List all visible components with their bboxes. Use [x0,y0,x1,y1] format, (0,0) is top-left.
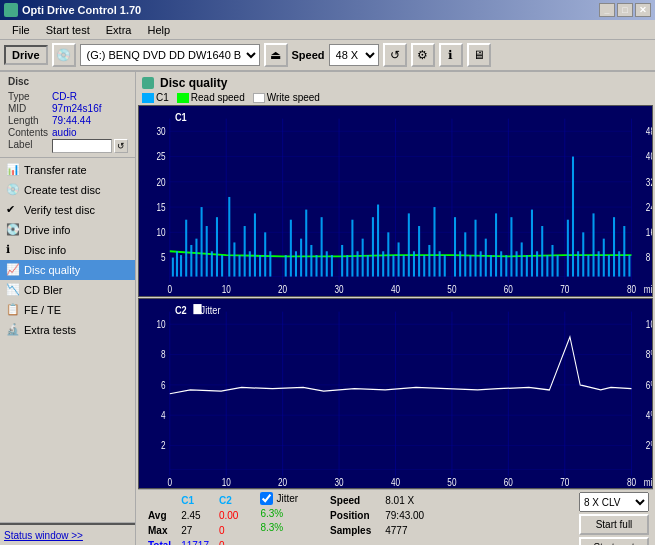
sidebar-item-label: Verify test disc [24,204,95,216]
stats-table: C1 C2 Avg 2.45 0.00 Max 27 0 Total 11717… [142,492,244,545]
svg-rect-69 [341,245,343,277]
jitter-avg-value: 6.3% [260,508,283,519]
title-bar: Opti Drive Control 1.70 _ □ ✕ [0,0,655,20]
svg-rect-72 [357,251,359,276]
drive-label: Drive [4,45,48,65]
svg-rect-66 [321,217,323,276]
content-area: Disc quality C1 Read speed Write speed [136,72,655,545]
svg-rect-94 [475,220,477,277]
minimize-button[interactable]: _ [599,3,615,17]
disc-section-title: Disc [0,74,135,89]
svg-rect-113 [577,251,579,276]
svg-rect-91 [459,251,461,276]
avg-label: Avg [144,509,175,522]
svg-rect-112 [572,157,574,277]
label-input[interactable] [52,139,112,153]
disc-quality-icon: 📈 [6,263,20,277]
svg-rect-55 [254,213,256,276]
refresh-button[interactable]: ↺ [383,43,407,67]
monitor-button[interactable]: 🖥 [467,43,491,67]
start-part-button[interactable]: Start part [579,537,649,545]
menu-extra[interactable]: Extra [98,22,140,38]
svg-rect-71 [351,220,353,277]
info-button[interactable]: ℹ [439,43,463,67]
sidebar-item-create-test-disc[interactable]: 💿 Create test disc [0,180,135,200]
svg-rect-52 [239,255,241,276]
transfer-rate-icon: 📊 [6,163,20,177]
charts-wrapper: 30 25 20 15 10 5 48 X 40 X 32 X 24 X 16 … [138,105,653,489]
sidebar-item-transfer-rate[interactable]: 📊 Transfer rate [0,160,135,180]
svg-text:20: 20 [278,284,287,295]
svg-rect-41 [180,255,182,276]
svg-rect-89 [444,255,446,276]
svg-text:10: 10 [157,319,166,330]
write-speed-legend-color [253,93,265,103]
svg-rect-92 [464,232,466,276]
svg-rect-120 [613,217,615,276]
svg-text:6%: 6% [646,379,652,390]
sidebar-item-drive-info[interactable]: 💽 Drive info [0,220,135,240]
speed-select[interactable]: 48 X [329,44,379,66]
svg-rect-85 [423,255,425,276]
svg-rect-54 [249,251,251,276]
speed-clv-select[interactable]: 8 X CLV [579,492,649,512]
svg-rect-108 [546,255,548,276]
svg-rect-95 [480,251,482,276]
menu-file[interactable]: File [4,22,38,38]
svg-rect-114 [582,232,584,276]
maximize-button[interactable]: □ [617,3,633,17]
sidebar-item-label: Create test disc [24,184,100,196]
svg-rect-39 [172,258,174,277]
svg-rect-63 [305,210,307,277]
svg-rect-75 [372,217,374,276]
sidebar-item-verify-test-disc[interactable]: ✔ Verify test disc [0,200,135,220]
settings-button[interactable]: ⚙ [411,43,435,67]
start-full-button[interactable]: Start full [579,514,649,535]
eject-button[interactable]: ⏏ [264,43,288,67]
svg-text:0: 0 [167,477,172,488]
svg-rect-74 [367,255,369,276]
jitter-max-value: 8.3% [260,522,283,533]
label-refresh-button[interactable]: ↺ [114,139,128,153]
svg-rect-42 [185,220,187,277]
drive-select[interactable]: (G:) BENQ DVD DD DW1640 BSRB [80,44,260,66]
sidebar-item-label: CD Bler [24,284,63,296]
jitter-checkbox-row: Jitter [260,492,298,505]
app-icon [4,3,18,17]
disc-section: Disc Type CD-R MID 97m24s16f Length 79:4… [0,72,135,158]
svg-rect-86 [428,245,430,277]
sidebar-item-fe-te[interactable]: 📋 FE / TE [0,300,135,320]
svg-text:80: 80 [627,477,636,488]
svg-rect-97 [490,255,492,276]
svg-rect-81 [403,255,405,276]
speed-value-cell: 8.01 X [379,494,430,507]
svg-rect-99 [500,251,502,276]
svg-rect-163 [193,304,201,314]
svg-rect-47 [211,251,213,276]
avg-c1: 2.45 [177,509,213,522]
menu-help[interactable]: Help [139,22,178,38]
svg-text:40: 40 [391,477,400,488]
close-button[interactable]: ✕ [635,3,651,17]
sidebar-item-disc-quality[interactable]: 📈 Disc quality [0,260,135,280]
position-value-cell: 79:43.00 [379,509,430,522]
svg-text:16 X: 16 X [646,227,652,238]
svg-rect-70 [346,255,348,276]
sidebar-item-label: Disc quality [24,264,80,276]
fe-te-icon: 📋 [6,303,20,317]
jitter-checkbox[interactable] [260,492,273,505]
svg-rect-119 [608,255,610,276]
sidebar-status-bar: Status window >> [0,523,135,545]
drive-icon-btn[interactable]: 💿 [52,43,76,67]
c1-legend-color [142,93,154,103]
status-window-link[interactable]: Status window >> [4,530,83,541]
sidebar-item-disc-info[interactable]: ℹ Disc info [0,240,135,260]
sidebar-item-cd-bler[interactable]: 📉 CD Bler [0,280,135,300]
svg-text:min: min [644,477,652,488]
svg-rect-90 [454,217,456,276]
svg-rect-67 [326,251,328,276]
svg-rect-82 [408,213,410,276]
sidebar-item-extra-tests[interactable]: 🔬 Extra tests [0,320,135,340]
menu-start-test[interactable]: Start test [38,22,98,38]
chart1: 30 25 20 15 10 5 48 X 40 X 32 X 24 X 16 … [138,105,653,297]
